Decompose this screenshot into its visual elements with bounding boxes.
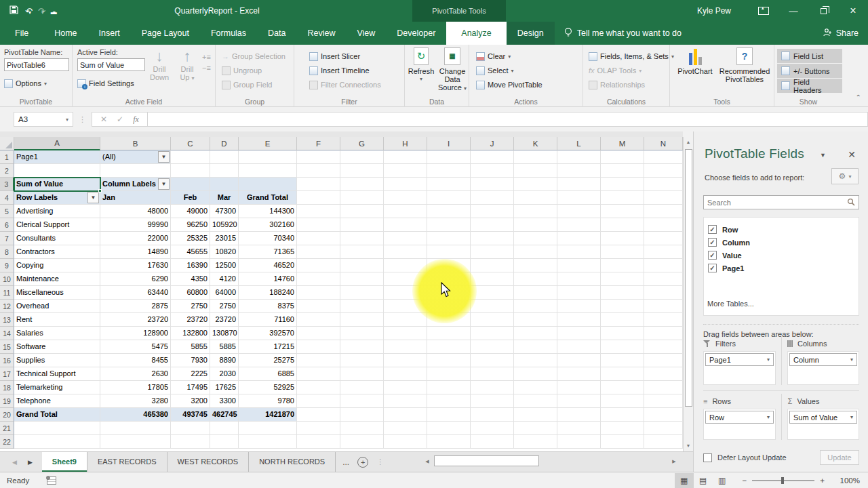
cell-A14[interactable]: Salaries: [14, 327, 100, 340]
cell-F16[interactable]: [297, 354, 340, 367]
cell-I22[interactable]: [427, 435, 471, 449]
row-header-22[interactable]: 22: [0, 435, 14, 449]
cell-K6[interactable]: [514, 218, 557, 232]
cell-D7[interactable]: 23015: [210, 232, 239, 245]
cell-H4[interactable]: [384, 191, 427, 205]
cell-L3[interactable]: [557, 178, 601, 191]
cell-A18[interactable]: Telemarketing: [14, 381, 100, 394]
cell-E6[interactable]: 302160: [239, 218, 297, 232]
cell-A20[interactable]: Grand Total: [14, 408, 100, 422]
ungroup-button[interactable]: Ungroup: [222, 64, 294, 77]
cell-M3[interactable]: [601, 178, 644, 191]
field-settings-button[interactable]: i Field Settings: [77, 77, 145, 89]
cell-H11[interactable]: [384, 286, 427, 300]
row-header-13[interactable]: 13: [0, 313, 14, 327]
cell-A3[interactable]: Sum of Value: [14, 178, 100, 191]
cell-M22[interactable]: [601, 435, 644, 449]
cell-G20[interactable]: [340, 408, 384, 422]
zoom-out-icon[interactable]: −: [743, 476, 747, 485]
expand-collapse-field-icons[interactable]: +≡−≡: [202, 52, 211, 73]
cell-M17[interactable]: [601, 367, 644, 381]
cell-J20[interactable]: [471, 408, 514, 422]
row-header-1[interactable]: 1: [0, 150, 14, 164]
cell-E18[interactable]: 52925: [239, 381, 297, 394]
cell-C22[interactable]: [171, 435, 210, 449]
cell-M12[interactable]: [601, 300, 644, 313]
cell-E8[interactable]: 71365: [239, 245, 297, 259]
cell-B19[interactable]: 3280: [100, 394, 171, 408]
ribbon-tab-page-layout[interactable]: Page Layout: [131, 22, 200, 45]
cell-F6[interactable]: [297, 218, 340, 232]
cell-M20[interactable]: [601, 408, 644, 422]
cell-K4[interactable]: [514, 191, 557, 205]
insert-timeline-button[interactable]: Insert Timeline: [309, 64, 404, 77]
cell-N2[interactable]: [644, 164, 683, 178]
filter-connections-button[interactable]: Filter Connections: [309, 79, 404, 91]
cell-A4-dropdown-icon[interactable]: ▼: [87, 192, 99, 203]
scroll-up-icon[interactable]: ▲: [684, 137, 693, 148]
cell-C6[interactable]: 96250: [171, 218, 210, 232]
rows-area[interactable]: Row▾: [703, 409, 776, 440]
cell-J11[interactable]: [471, 286, 514, 300]
cell-M19[interactable]: [601, 394, 644, 408]
cell-B11[interactable]: 63440: [100, 286, 171, 300]
group-field-button[interactable]: Group Field: [222, 79, 294, 91]
cell-M14[interactable]: [601, 327, 644, 340]
column-header-M[interactable]: M: [601, 137, 644, 150]
cell-L6[interactable]: [557, 218, 601, 232]
field-item-row[interactable]: ✓Row: [708, 223, 854, 236]
cell-C12[interactable]: 2750: [171, 300, 210, 313]
row-header-21[interactable]: 21: [0, 422, 14, 435]
field-checkbox-row[interactable]: ✓: [708, 225, 717, 234]
cell-A22[interactable]: [14, 435, 100, 449]
cell-J1[interactable]: [471, 150, 514, 164]
cell-H8[interactable]: [384, 245, 427, 259]
horizontal-scroll-thumb[interactable]: [434, 455, 539, 466]
cell-E5[interactable]: 144300: [239, 205, 297, 218]
column-header-F[interactable]: F: [297, 137, 340, 150]
cell-N21[interactable]: [644, 422, 683, 435]
cell-M8[interactable]: [601, 245, 644, 259]
cell-N15[interactable]: [644, 340, 683, 354]
cell-C14[interactable]: 132800: [171, 327, 210, 340]
cell-A17[interactable]: Technical Support: [14, 367, 100, 381]
cell-J6[interactable]: [471, 218, 514, 232]
cell-F13[interactable]: [297, 313, 340, 327]
cell-E16[interactable]: 25275: [239, 354, 297, 367]
ribbon-tab-data[interactable]: Data: [257, 22, 296, 45]
cell-I10[interactable]: [427, 272, 471, 286]
filters-area[interactable]: Page1▾: [703, 351, 776, 385]
page-break-view-icon[interactable]: ▥: [713, 473, 732, 488]
cell-L22[interactable]: [557, 435, 601, 449]
cell-E12[interactable]: 8375: [239, 300, 297, 313]
cell-D4[interactable]: Mar: [210, 191, 239, 205]
cell-B10[interactable]: 6290: [100, 272, 171, 286]
cell-B18[interactable]: 17805: [100, 381, 171, 394]
select-all-corner[interactable]: [0, 137, 14, 150]
options-button[interactable]: Options▾: [4, 77, 69, 89]
cell-N9[interactable]: [644, 259, 683, 272]
cell-I2[interactable]: [427, 164, 471, 178]
row-header-4[interactable]: 4: [0, 191, 14, 205]
cell-G22[interactable]: [340, 435, 384, 449]
cell-N1[interactable]: [644, 150, 683, 164]
field-item-page1[interactable]: ✓Page1: [708, 262, 854, 274]
cell-D21[interactable]: [210, 422, 239, 435]
cell-K1[interactable]: [514, 150, 557, 164]
search-input[interactable]: [704, 199, 844, 207]
rows-chip-dropdown-icon[interactable]: ▾: [767, 414, 770, 420]
fields-items-sets-button[interactable]: Fields, Items, & Sets▾: [589, 50, 669, 62]
cell-D20[interactable]: 462745: [210, 408, 239, 422]
cell-K12[interactable]: [514, 300, 557, 313]
columns-chip-column[interactable]: Column▾: [789, 353, 857, 366]
cell-N14[interactable]: [644, 327, 683, 340]
cell-H21[interactable]: [384, 422, 427, 435]
cell-N6[interactable]: [644, 218, 683, 232]
cell-G19[interactable]: [340, 394, 384, 408]
cell-K13[interactable]: [514, 313, 557, 327]
column-header-K[interactable]: K: [514, 137, 557, 150]
cell-A5[interactable]: Advertising: [14, 205, 100, 218]
cell-M13[interactable]: [601, 313, 644, 327]
cell-M4[interactable]: [601, 191, 644, 205]
cell-B16[interactable]: 8455: [100, 354, 171, 367]
